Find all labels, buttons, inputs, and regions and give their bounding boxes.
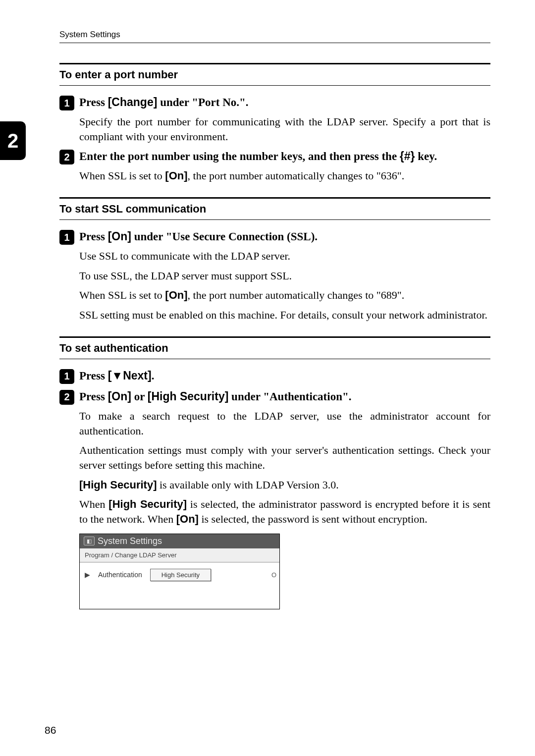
text: Press <box>79 230 108 243</box>
text: Press <box>79 390 108 403</box>
cropped-text: O <box>271 571 274 579</box>
body-text: SSL setting must be enabled on this mach… <box>79 308 490 323</box>
on-button-label: [On] <box>108 230 131 243</box>
section-title-port: To enter a port number <box>59 63 490 86</box>
section-title-ssl: To start SSL communication <box>59 197 490 220</box>
screenshot-body: ▶ Authentication High Security O <box>80 562 279 609</box>
authentication-row-label: Authentication <box>98 571 142 579</box>
high-security-button[interactable]: High Security <box>150 569 211 581</box>
text: under "Authentication". <box>228 390 351 403</box>
system-settings-icon: ◧ <box>84 537 95 545</box>
screenshot-subtitle: Program / Change LDAP Server <box>80 548 279 562</box>
step-instruction: Press [On] or [High Security] under "Aut… <box>79 389 351 404</box>
step-ssl-1: 1 Press [On] under "Use Secure Connectio… <box>59 229 490 323</box>
page-number: 86 <box>45 724 56 736</box>
running-head: System Settings <box>59 30 490 43</box>
text: , the port number automatically changes … <box>188 289 405 301</box>
text: , the port number automatically changes … <box>188 169 405 182</box>
body-text: Authentication settings must comply with… <box>79 443 490 472</box>
text: When SSL is set to <box>79 289 165 301</box>
next-button-label: [▼Next] <box>108 369 152 382</box>
text: Press <box>79 370 108 382</box>
on-button-label: [On] <box>165 169 187 182</box>
embedded-screenshot: ◧ System Settings Program / Change LDAP … <box>79 534 280 609</box>
step-instruction: Enter the port number using the number k… <box>79 149 437 164</box>
hash-key-label: {#} <box>400 150 415 162</box>
text: or <box>131 390 148 403</box>
step-port-1: 1 Press [Change] under "Port No.". Speci… <box>59 95 490 144</box>
body-text: When SSL is set to [On], the port number… <box>79 288 490 303</box>
step-port-2: 2 Enter the port number using the number… <box>59 149 490 183</box>
step-instruction: Press [Change] under "Port No.". <box>79 95 249 110</box>
step-instruction: Press [▼Next]. <box>79 368 154 383</box>
text: is selected, the password is sent withou… <box>199 513 428 525</box>
body-text: To make a search request to the LDAP ser… <box>79 409 490 438</box>
body-text: Specify the port number for communicatin… <box>79 114 490 144</box>
step-number-icon: 1 <box>59 230 74 245</box>
screenshot-titlebar: ◧ System Settings <box>80 534 279 548</box>
text: under "Port No.". <box>157 96 248 108</box>
text: Enter the port number using the number k… <box>79 150 400 162</box>
text: When SSL is set to <box>79 169 165 182</box>
step-auth-1: 1 Press [▼Next]. <box>59 368 490 384</box>
step-instruction: Press [On] under "Use Secure Connection … <box>79 229 318 244</box>
body-text: [High Security] is available only with L… <box>79 478 490 492</box>
high-security-button-label: [High Security] <box>79 479 157 491</box>
text: under "Use Secure Connection (SSL). <box>131 230 318 243</box>
on-button-label: [On] <box>176 513 199 525</box>
step-number-icon: 2 <box>59 390 74 405</box>
step-number-icon: 1 <box>59 96 74 110</box>
body-text: When [High Security] is selected, the ad… <box>79 497 490 526</box>
change-button-label: [Change] <box>108 96 158 108</box>
text: is available only with LDAP Version 3.0. <box>157 479 338 491</box>
on-button-label: [On] <box>108 390 131 403</box>
screenshot-title: System Settings <box>98 536 162 546</box>
page-content: System Settings To enter a port number 1… <box>0 0 535 634</box>
step-number-icon: 2 <box>59 150 74 164</box>
text: . <box>152 370 155 382</box>
high-security-button-label: [High Security] <box>148 390 229 403</box>
body-text: When SSL is set to [On], the port number… <box>79 168 490 183</box>
body-text: To use SSL, the LDAP server must support… <box>79 269 490 283</box>
section-title-auth: To set authentication <box>59 336 490 359</box>
on-button-label: [On] <box>165 289 187 301</box>
text: When <box>79 498 108 510</box>
body-text: Use SSL to communicate with the LDAP ser… <box>79 249 490 264</box>
triangle-right-icon: ▶ <box>85 571 90 579</box>
step-auth-2: 2 Press [On] or [High Security] under "A… <box>59 389 490 609</box>
text: Press <box>79 96 108 108</box>
text: key. <box>415 150 437 162</box>
high-security-button-label: [High Security] <box>108 498 187 510</box>
step-number-icon: 1 <box>59 369 74 384</box>
